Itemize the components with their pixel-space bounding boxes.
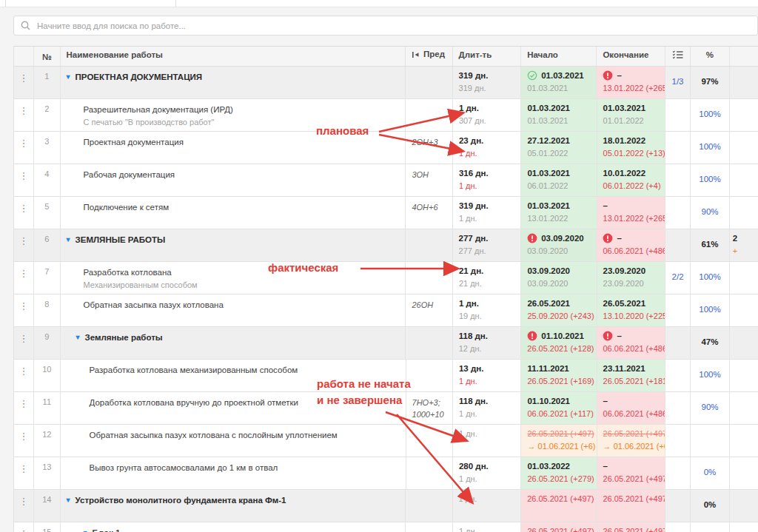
row-menu-icon[interactable]: ⋮ — [19, 431, 29, 442]
percent-cell: 0% — [691, 457, 730, 489]
start-date-value: 01.10.2021 — [541, 331, 584, 341]
row-menu-icon[interactable]: ⋮ — [19, 73, 29, 84]
cut-column-cell — [730, 457, 758, 489]
percent-value[interactable]: 0% — [697, 461, 723, 477]
work-name-text: Подключение к сетям — [84, 202, 170, 212]
row-menu-icon[interactable]: ⋮ — [19, 398, 29, 409]
row-number: 5 — [34, 197, 60, 229]
row-menu-icon[interactable]: ⋮ — [19, 170, 29, 181]
header-num[interactable]: № — [34, 47, 60, 66]
row-menu-icon[interactable]: ⋮ — [19, 463, 29, 474]
cut-column-cell — [730, 522, 758, 532]
row-cell-menu: ⋮ — [14, 327, 34, 359]
checklist-cell — [665, 197, 691, 229]
predecessor-cell — [406, 229, 453, 261]
percent-cell: 100% — [691, 262, 730, 294]
percent-value[interactable]: 100% — [697, 266, 723, 281]
header-checklist[interactable] — [665, 47, 691, 66]
percent-value: 0% — [697, 494, 723, 509]
start-date: 01.10.2021 — [527, 396, 590, 406]
checklist-count[interactable]: 2/2 — [667, 266, 688, 281]
row-menu-icon[interactable]: ⋮ — [19, 366, 29, 377]
checklist-cell — [665, 294, 691, 326]
toolbar-divider — [5, 0, 6, 7]
expand-caret-icon[interactable]: ▾ — [84, 529, 87, 532]
work-name-text: Проектная документация — [84, 137, 184, 147]
duration-baseline: 277 дн. — [459, 246, 515, 256]
checklist-count[interactable]: 1/3 — [667, 70, 688, 86]
row-menu-icon[interactable]: ⋮ — [19, 528, 29, 532]
percent-value[interactable]: 100% — [697, 363, 723, 379]
predecessor-cell: 4ОН+6 — [406, 197, 452, 229]
finish-baseline-value: 23.09.2020 — [603, 279, 660, 289]
header-duration[interactable]: Длит-ть — [453, 47, 522, 66]
header-predecessor[interactable]: Пред — [406, 47, 453, 66]
percent-value[interactable]: 100% — [697, 168, 723, 183]
start-date: 01.10.2021 — [527, 331, 590, 341]
percent-value[interactable]: 100% — [697, 103, 723, 118]
row-number: 6 — [34, 229, 60, 261]
percent-value[interactable]: 100% — [697, 298, 723, 314]
header-finish[interactable]: Окончание — [597, 47, 665, 66]
row-menu-icon[interactable]: ⋮ — [19, 496, 29, 507]
row-cell-menu: ⋮ — [14, 262, 34, 294]
duration-value: 319 дн. — [459, 70, 515, 81]
row-menu-icon[interactable]: ⋮ — [19, 333, 29, 344]
percent-cell — [691, 425, 730, 457]
expand-caret-icon[interactable]: ▾ — [67, 73, 70, 81]
checklist-icon — [672, 50, 683, 59]
work-name-cell: ▾ЗЕМЛЯНЫЕ РАБОТЫ — [61, 229, 406, 261]
work-search-box[interactable] — [13, 16, 758, 36]
duration-cell: 1 дн. — [453, 522, 522, 532]
row-number: 14 — [34, 490, 60, 522]
start-cell: 03.09.202003.09.2020 — [521, 262, 597, 294]
expand-caret-icon[interactable]: ▾ — [67, 496, 70, 504]
work-name-text: Обратная засыпка пазух котлована с посло… — [90, 430, 338, 440]
row-menu-icon[interactable]: ⋮ — [19, 105, 29, 116]
cut-column-cell — [730, 490, 758, 522]
work-name: ▾Устройство монолитного фундамента крана… — [67, 495, 400, 505]
finish-cell: –13.01.2022 (+265) — [597, 197, 666, 229]
duration-value: 1 дн. — [459, 103, 515, 113]
header-name[interactable]: Наименование работы — [61, 47, 406, 66]
work-name: Рабочая документация — [84, 169, 400, 180]
header-percent[interactable]: % — [691, 47, 730, 66]
row-menu-icon[interactable]: ⋮ — [19, 268, 29, 279]
table-row: ⋮13Вывоз грунта автосамосвалами до 1 км … — [14, 457, 758, 490]
finish-baseline-value: 13.01.2022 (+265) — [603, 84, 659, 93]
work-name-cell: ▾Земляные работы — [61, 327, 406, 359]
start-date: 26.05.2021 (+497) — [527, 428, 590, 439]
alert-circle-icon — [527, 331, 537, 341]
finish-cell: 26.05.2021 (+497) — [597, 522, 666, 532]
percent-value[interactable]: 100% — [697, 135, 723, 151]
duration-cell: 23 дн.1 дн. — [453, 132, 522, 164]
header-start[interactable]: Начало — [521, 47, 597, 66]
duration-value: 1 дн. — [459, 526, 515, 532]
work-name-cell: ▾ПРОЕКТНАЯ ДОКУМЕНТАЦИЯ — [61, 67, 406, 98]
finish-date-value: – — [603, 461, 608, 471]
start-date: 27.12.2021 — [527, 135, 590, 146]
finish-date: 26.05.2021 (+497) — [603, 526, 660, 532]
row-menu-icon[interactable]: ⋮ — [19, 203, 29, 214]
toolbar-bottom-edge — [0, 0, 758, 7]
percent-cell: 100% — [691, 99, 730, 131]
finish-cell: 10.01.202206.01.2022 (+4) — [597, 164, 666, 196]
finish-cell: –06.06.2021 (+486) — [597, 392, 665, 424]
work-name: ▾ЗЕМЛЯНЫЕ РАБОТЫ — [67, 235, 400, 245]
row-menu-icon[interactable]: ⋮ — [19, 138, 29, 149]
duration-value: 118 дн. — [459, 331, 515, 341]
duration-cell: 1 дн.307 дн. — [453, 99, 522, 131]
expand-caret-icon[interactable]: ▾ — [76, 334, 80, 341]
work-name: ▾Земляные работы — [76, 332, 400, 343]
row-menu-icon[interactable]: ⋮ — [19, 235, 29, 246]
search-input[interactable] — [36, 21, 751, 31]
work-name: Разрешительная документация (ИРД) — [84, 104, 400, 115]
percent-value[interactable]: 90% — [697, 396, 723, 411]
row-menu-icon[interactable]: ⋮ — [19, 300, 29, 312]
start-date: 26.05.2021 (+497) — [527, 494, 590, 504]
percent-value[interactable]: 90% — [697, 201, 723, 216]
expand-caret-icon[interactable]: ▾ — [67, 236, 70, 243]
duration-cell: 21 дн.21 дн. — [453, 262, 522, 294]
work-name-cell: Разработка котлованаМеханизированным спо… — [61, 262, 406, 294]
work-name-text: Разработка котлована механизированным сп… — [90, 365, 298, 375]
